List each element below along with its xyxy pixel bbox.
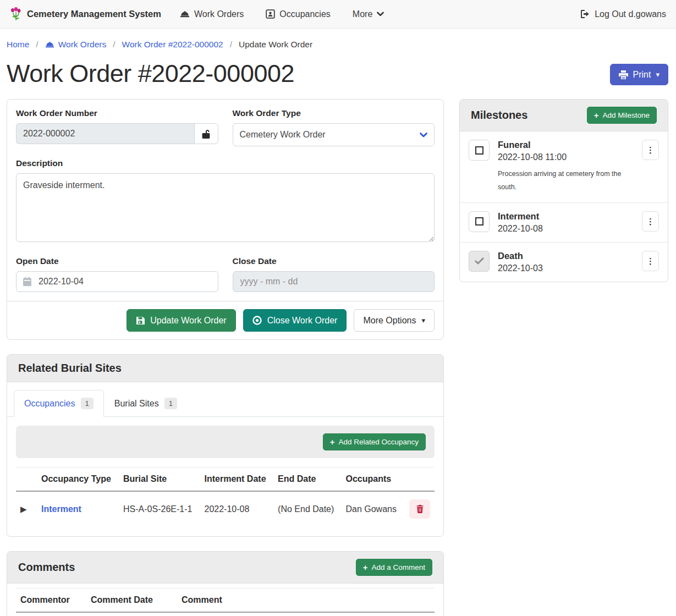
milestone-checkbox-interment[interactable] <box>469 211 490 232</box>
occupancy-type-link[interactable]: Interment <box>41 504 81 514</box>
title-row: Work Order #2022-000002 Print ▾ <box>0 54 676 99</box>
col-comment-date: Comment Date <box>86 588 177 613</box>
related-burial-sites-header: Related Burial Sites <box>7 355 443 382</box>
milestone-description: Procession arriving at cemetery from the… <box>498 168 623 194</box>
comments-card: Comments + Add a Comment Commentor Comme… <box>7 551 444 616</box>
print-button[interactable]: Print ▾ <box>610 64 668 85</box>
tab-occupancies[interactable]: Occupancies 1 <box>14 390 104 417</box>
milestone-menu-button[interactable]: ⋮ <box>642 211 659 232</box>
add-milestone-label: Add Milestone <box>602 111 650 119</box>
description-label: Description <box>16 158 435 168</box>
milestone-body: Death 2022-10-03 <box>498 251 642 273</box>
close-date-field: Close Date <box>233 256 435 292</box>
checkbox-unchecked-icon <box>475 217 483 226</box>
interment-date-value: 2022-10-08 <box>200 491 274 526</box>
breadcrumb-work-order-number[interactable]: Work Order #2022-000002 <box>122 40 223 50</box>
work-order-number-input[interactable] <box>16 123 194 144</box>
work-order-type-value: Cemetery Work Order <box>240 130 326 140</box>
breadcrumb-work-orders-label: Work Orders <box>58 40 107 50</box>
nav-work-orders[interactable]: Work Orders <box>180 9 244 19</box>
work-order-number-field: Work Order Number <box>16 108 218 146</box>
work-order-type-select[interactable]: Cemetery Work Order <box>233 123 435 146</box>
add-comment-label: Add a Comment <box>371 563 425 571</box>
work-order-number-label: Work Order Number <box>16 108 218 118</box>
nav-occupancies[interactable]: Occupancies <box>266 9 331 19</box>
calendar-icon <box>23 277 31 287</box>
more-options-button[interactable]: More Options ▾ <box>354 309 435 332</box>
close-date-input[interactable] <box>233 271 435 292</box>
milestone-body: Funeral 2022-10-08 11:00 Procession arri… <box>498 140 642 194</box>
occupancies-table: Occupancy Type Burial Site Interment Dat… <box>16 467 435 526</box>
milestone-checkbox-funeral[interactable] <box>469 140 490 161</box>
work-order-form: Work Order Number <box>7 100 443 301</box>
open-date-label: Open Date <box>16 256 218 266</box>
breadcrumb-work-orders[interactable]: Work Orders <box>45 40 107 50</box>
unlock-button[interactable] <box>194 123 218 144</box>
app-title: Cemetery Management System <box>27 9 161 19</box>
milestone-item-interment: Interment 2022-10-08 ⋮ <box>460 203 668 243</box>
col-end-date: End Date <box>273 468 341 492</box>
printer-icon <box>619 70 628 79</box>
app-brand[interactable]: Cemetery Management System <box>10 7 161 21</box>
col-comment: Comment <box>177 588 353 613</box>
occupant-frame-icon <box>266 9 275 19</box>
page-title: Work Order #2022-000002 <box>7 59 294 88</box>
milestones-title: Milestones <box>471 109 527 122</box>
open-date-field: Open Date <box>16 256 218 292</box>
col-commentor: Commentor <box>16 588 86 613</box>
milestone-checkbox-death[interactable] <box>469 251 490 272</box>
update-work-order-button[interactable]: Update Work Order <box>127 309 235 332</box>
milestone-title: Death <box>498 251 642 261</box>
comments-header: Comments + Add a Comment <box>7 552 443 584</box>
breadcrumb-home-label: Home <box>7 40 29 50</box>
nav-items: Work Orders Occupancies More <box>180 9 384 19</box>
expand-row-icon[interactable]: ▶ <box>16 491 37 526</box>
checkmark-icon <box>475 257 484 265</box>
open-date-input[interactable] <box>16 271 218 292</box>
related-burial-sites-title: Related Burial Sites <box>18 362 122 375</box>
tab-burial-sites[interactable]: Burial Sites 1 <box>104 390 188 417</box>
print-label: Print <box>633 70 651 80</box>
milestone-body: Interment 2022-10-08 <box>498 211 642 234</box>
comments-table-header-row: Commentor Comment Date Comment <box>16 588 435 613</box>
tab-occupancies-label: Occupancies <box>24 399 75 409</box>
logout-icon <box>580 10 590 18</box>
page-content: Work Order Number <box>0 99 676 616</box>
col-occupancy-type: Occupancy Type <box>37 468 119 492</box>
logout-label: Log Out d.gowans <box>595 9 666 19</box>
main-column: Work Order Number <box>7 99 444 616</box>
occupants-value: Dan Gowans <box>341 491 403 526</box>
milestone-item-death: Death 2022-10-03 ⋮ <box>460 243 668 282</box>
caret-down-icon: ▾ <box>656 71 659 78</box>
col-burial-site: Burial Site <box>119 468 200 492</box>
description-textarea[interactable] <box>16 173 435 242</box>
close-work-order-button[interactable]: Close Work Order <box>243 309 347 332</box>
work-order-form-card: Work Order Number <box>7 99 444 340</box>
plus-icon: + <box>330 438 335 446</box>
work-order-type-field: Work Order Type Cemetery Work Order <box>233 108 435 146</box>
comment-row: d.gowans 2022-10-07 10:08 Family schedul… <box>16 612 435 616</box>
milestone-menu-button[interactable]: ⋮ <box>642 140 659 160</box>
breadcrumb-separator: / <box>36 40 38 50</box>
chevron-down-icon <box>420 133 427 138</box>
comment-date-value: 2022-10-07 10:08 <box>86 612 177 616</box>
breadcrumb-separator: / <box>113 40 115 50</box>
milestone-date: 2022-10-08 11:00 <box>498 152 642 162</box>
nav-occupancies-label: Occupancies <box>279 9 331 19</box>
delete-occupancy-button[interactable] <box>409 499 430 519</box>
add-comment-button[interactable]: + Add a Comment <box>356 559 432 576</box>
add-milestone-button[interactable]: + Add Milestone <box>587 107 657 124</box>
tulip-logo-icon <box>10 7 22 21</box>
tab-burial-sites-count-badge: 1 <box>164 398 177 409</box>
milestone-menu-button[interactable]: ⋮ <box>642 251 659 271</box>
nav-more[interactable]: More <box>353 9 384 19</box>
side-column: Milestones + Add Milestone Funeral 2022-… <box>459 99 668 296</box>
plus-icon: + <box>594 111 599 119</box>
breadcrumb-home[interactable]: Home <box>7 40 29 50</box>
milestones-card: Milestones + Add Milestone Funeral 2022-… <box>459 99 668 282</box>
add-related-occupancy-button[interactable]: + Add Related Occupancy <box>323 433 426 450</box>
col-interment-date: Interment Date <box>200 468 274 492</box>
logout-button[interactable]: Log Out d.gowans <box>580 9 666 19</box>
save-icon <box>136 316 145 325</box>
update-work-order-label: Update Work Order <box>150 316 226 326</box>
